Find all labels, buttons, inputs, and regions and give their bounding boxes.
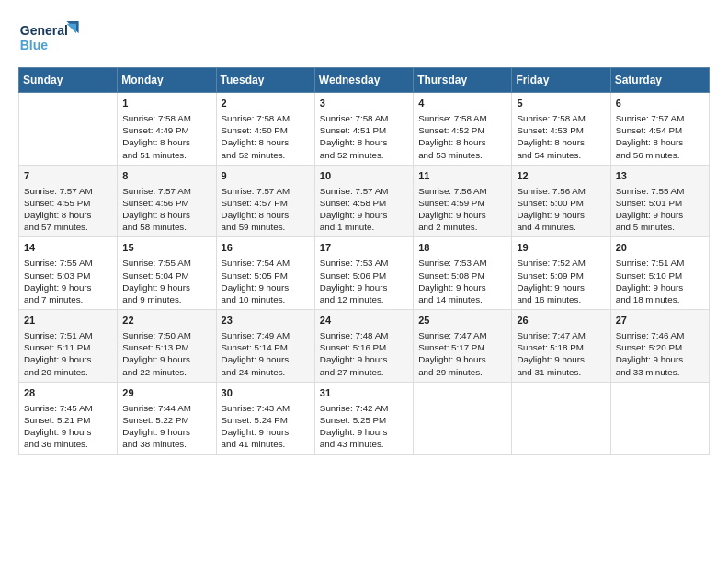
day-number: 14	[24, 241, 112, 255]
calendar-cell: 31Sunrise: 7:42 AM Sunset: 5:25 PM Dayli…	[314, 382, 413, 454]
calendar-cell: 15Sunrise: 7:55 AM Sunset: 5:04 PM Dayli…	[118, 237, 216, 310]
day-number: 5	[517, 97, 605, 110]
day-content: Sunrise: 7:57 AM Sunset: 4:55 PM Dayligh…	[24, 185, 112, 234]
calendar-cell	[512, 382, 610, 454]
calendar-cell: 30Sunrise: 7:43 AM Sunset: 5:24 PM Dayli…	[216, 382, 314, 454]
calendar-cell: 29Sunrise: 7:44 AM Sunset: 5:22 PM Dayli…	[118, 382, 216, 454]
calendar-cell: 2Sunrise: 7:58 AM Sunset: 4:50 PM Daylig…	[216, 93, 314, 166]
svg-text:General: General	[20, 23, 68, 38]
week-row-0: 1Sunrise: 7:58 AM Sunset: 4:49 PM Daylig…	[19, 93, 710, 166]
day-number: 29	[122, 386, 210, 400]
calendar-cell: 13Sunrise: 7:55 AM Sunset: 5:01 PM Dayli…	[610, 165, 709, 237]
day-content: Sunrise: 7:45 AM Sunset: 5:21 PM Dayligh…	[24, 402, 112, 451]
day-content: Sunrise: 7:47 AM Sunset: 5:18 PM Dayligh…	[517, 329, 605, 378]
calendar-cell: 18Sunrise: 7:53 AM Sunset: 5:08 PM Dayli…	[414, 237, 512, 310]
weekday-header-sunday: Sunday	[19, 68, 118, 93]
weekday-header-thursday: Thursday	[414, 68, 512, 93]
calendar-cell: 9Sunrise: 7:57 AM Sunset: 4:57 PM Daylig…	[216, 165, 314, 237]
day-number: 8	[122, 169, 210, 183]
day-content: Sunrise: 7:55 AM Sunset: 5:04 PM Dayligh…	[122, 257, 210, 305]
week-row-4: 28Sunrise: 7:45 AM Sunset: 5:21 PM Dayli…	[19, 382, 710, 454]
calendar-cell: 19Sunrise: 7:52 AM Sunset: 5:09 PM Dayli…	[512, 237, 610, 310]
day-content: Sunrise: 7:49 AM Sunset: 5:14 PM Dayligh…	[222, 329, 310, 378]
day-content: Sunrise: 7:55 AM Sunset: 5:01 PM Dayligh…	[616, 185, 704, 234]
calendar-cell: 28Sunrise: 7:45 AM Sunset: 5:21 PM Dayli…	[19, 382, 118, 454]
day-number: 2	[222, 97, 310, 110]
calendar-cell: 14Sunrise: 7:55 AM Sunset: 5:03 PM Dayli…	[19, 237, 118, 310]
calendar-cell: 11Sunrise: 7:56 AM Sunset: 4:59 PM Dayli…	[414, 165, 512, 237]
week-row-2: 14Sunrise: 7:55 AM Sunset: 5:03 PM Dayli…	[19, 237, 710, 310]
day-content: Sunrise: 7:43 AM Sunset: 5:24 PM Dayligh…	[222, 402, 310, 451]
calendar-cell: 22Sunrise: 7:50 AM Sunset: 5:13 PM Dayli…	[118, 310, 216, 383]
calendar-cell: 23Sunrise: 7:49 AM Sunset: 5:14 PM Dayli…	[216, 310, 314, 383]
day-number: 7	[24, 169, 112, 183]
calendar-cell	[414, 382, 512, 454]
calendar-container: General Blue SundayMondayTuesdayWednesda…	[0, 0, 728, 563]
day-number: 30	[222, 386, 310, 400]
day-content: Sunrise: 7:46 AM Sunset: 5:20 PM Dayligh…	[616, 329, 704, 378]
day-content: Sunrise: 7:57 AM Sunset: 4:54 PM Dayligh…	[616, 112, 704, 161]
day-content: Sunrise: 7:42 AM Sunset: 5:25 PM Dayligh…	[320, 402, 408, 451]
day-content: Sunrise: 7:52 AM Sunset: 5:09 PM Dayligh…	[517, 257, 605, 305]
day-number: 12	[517, 169, 605, 183]
day-content: Sunrise: 7:53 AM Sunset: 5:06 PM Dayligh…	[320, 257, 408, 305]
weekday-header-row: SundayMondayTuesdayWednesdayThursdayFrid…	[19, 68, 710, 93]
calendar-cell: 17Sunrise: 7:53 AM Sunset: 5:06 PM Dayli…	[314, 237, 413, 310]
calendar-cell: 5Sunrise: 7:58 AM Sunset: 4:53 PM Daylig…	[512, 93, 610, 166]
svg-marker-3	[67, 24, 77, 34]
day-number: 22	[122, 314, 210, 327]
day-number: 6	[616, 97, 704, 110]
day-content: Sunrise: 7:51 AM Sunset: 5:11 PM Dayligh…	[24, 329, 112, 378]
calendar-cell: 26Sunrise: 7:47 AM Sunset: 5:18 PM Dayli…	[512, 310, 610, 383]
calendar-cell: 3Sunrise: 7:58 AM Sunset: 4:51 PM Daylig…	[314, 93, 413, 166]
calendar-cell: 27Sunrise: 7:46 AM Sunset: 5:20 PM Dayli…	[610, 310, 709, 383]
calendar-cell: 20Sunrise: 7:51 AM Sunset: 5:10 PM Dayli…	[610, 237, 709, 310]
day-number: 3	[320, 97, 408, 110]
day-content: Sunrise: 7:57 AM Sunset: 4:58 PM Dayligh…	[320, 185, 408, 234]
day-content: Sunrise: 7:56 AM Sunset: 5:00 PM Dayligh…	[517, 185, 605, 234]
day-number: 28	[24, 386, 112, 400]
week-row-3: 21Sunrise: 7:51 AM Sunset: 5:11 PM Dayli…	[19, 310, 710, 383]
day-content: Sunrise: 7:44 AM Sunset: 5:22 PM Dayligh…	[122, 402, 210, 451]
day-number: 31	[320, 386, 408, 400]
calendar-cell	[19, 93, 118, 166]
weekday-header-saturday: Saturday	[610, 68, 709, 93]
day-number: 27	[616, 314, 704, 327]
day-content: Sunrise: 7:58 AM Sunset: 4:49 PM Dayligh…	[122, 112, 210, 161]
day-content: Sunrise: 7:54 AM Sunset: 5:05 PM Dayligh…	[222, 257, 310, 305]
day-number: 24	[320, 314, 408, 327]
day-content: Sunrise: 7:55 AM Sunset: 5:03 PM Dayligh…	[24, 257, 112, 305]
day-number: 18	[418, 241, 506, 255]
day-content: Sunrise: 7:53 AM Sunset: 5:08 PM Dayligh…	[418, 257, 506, 305]
calendar-cell: 4Sunrise: 7:58 AM Sunset: 4:52 PM Daylig…	[414, 93, 512, 166]
calendar-cell: 1Sunrise: 7:58 AM Sunset: 4:49 PM Daylig…	[118, 93, 216, 166]
day-number: 11	[418, 169, 506, 183]
day-number: 9	[222, 169, 310, 183]
logo: General Blue	[18, 17, 83, 58]
day-content: Sunrise: 7:57 AM Sunset: 4:57 PM Dayligh…	[222, 185, 310, 234]
calendar-cell	[610, 382, 709, 454]
weekday-header-monday: Monday	[118, 68, 216, 93]
day-number: 1	[122, 97, 210, 110]
day-number: 17	[320, 241, 408, 255]
calendar-cell: 6Sunrise: 7:57 AM Sunset: 4:54 PM Daylig…	[610, 93, 709, 166]
day-content: Sunrise: 7:51 AM Sunset: 5:10 PM Dayligh…	[616, 257, 704, 305]
calendar-cell: 25Sunrise: 7:47 AM Sunset: 5:17 PM Dayli…	[414, 310, 512, 383]
calendar-cell: 7Sunrise: 7:57 AM Sunset: 4:55 PM Daylig…	[19, 165, 118, 237]
day-content: Sunrise: 7:58 AM Sunset: 4:51 PM Dayligh…	[320, 112, 408, 161]
day-number: 26	[517, 314, 605, 327]
day-number: 25	[418, 314, 506, 327]
day-content: Sunrise: 7:48 AM Sunset: 5:16 PM Dayligh…	[320, 329, 408, 378]
day-number: 15	[122, 241, 210, 255]
day-content: Sunrise: 7:57 AM Sunset: 4:56 PM Dayligh…	[122, 185, 210, 234]
day-number: 10	[320, 169, 408, 183]
logo-svg: General Blue	[18, 17, 83, 58]
day-number: 21	[24, 314, 112, 327]
day-number: 13	[616, 169, 704, 183]
weekday-header-friday: Friday	[512, 68, 610, 93]
day-number: 16	[222, 241, 310, 255]
calendar-cell: 8Sunrise: 7:57 AM Sunset: 4:56 PM Daylig…	[118, 165, 216, 237]
weekday-header-tuesday: Tuesday	[216, 68, 314, 93]
week-row-1: 7Sunrise: 7:57 AM Sunset: 4:55 PM Daylig…	[19, 165, 710, 237]
weekday-header-wednesday: Wednesday	[314, 68, 413, 93]
